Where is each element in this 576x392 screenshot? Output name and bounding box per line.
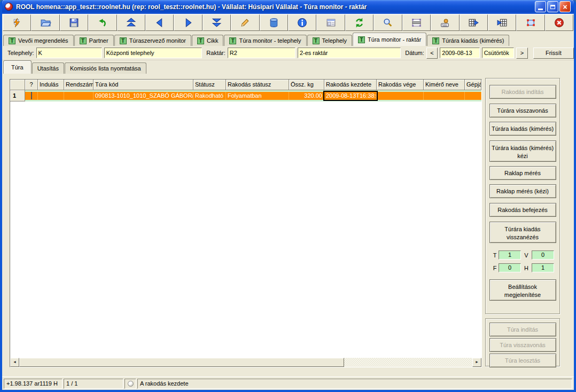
sub-tab-bar: Túra Utasítás Komissiós lista nyomtatása: [2, 60, 574, 74]
tura-inditas-button[interactable]: Túra indítás: [489, 323, 556, 336]
toolbar-row-view-button[interactable]: [402, 14, 431, 31]
first-record-icon: [126, 17, 137, 28]
toolbar-save-button[interactable]: [60, 14, 88, 31]
cell-statusz[interactable]: Rakodható: [193, 92, 226, 100]
warehouse-code-input[interactable]: R2: [228, 48, 295, 58]
site-name-input[interactable]: Központi telephely: [104, 48, 203, 58]
scroll-track[interactable]: [344, 358, 472, 367]
cell-rakodas-statusz[interactable]: Folyamatban: [226, 92, 289, 100]
scroll-left-button[interactable]: ◄: [10, 358, 19, 367]
record-position-indicator: 1 / 1: [64, 379, 123, 389]
col-header-rakodas-kezdete[interactable]: Rakodás kezdete: [324, 80, 377, 90]
tab-telephely[interactable]: TTelephely: [307, 35, 352, 46]
rakodas-befejezes-button[interactable]: Rakodás befejezés: [489, 203, 556, 217]
col-header-tura-kod[interactable]: Túra kód: [94, 80, 193, 90]
cell-ossz-kg[interactable]: 320.00: [289, 92, 324, 100]
subtab-tura[interactable]: Túra: [3, 60, 32, 74]
col-header-rakodas-vege[interactable]: Rakodás vége: [377, 80, 424, 90]
raklap-meres-kezi-button[interactable]: Raklap mérés (kézi): [489, 184, 556, 198]
window-title: ROOL homena::app_teszt::roolnet.hu (rep:…: [16, 3, 535, 11]
warehouse-name-input[interactable]: 2-es raktár: [298, 48, 401, 58]
subtab-komissios-lista[interactable]: Komissiós lista nyomtatása: [65, 62, 146, 74]
turara-kiadas-visszanezes-button[interactable]: Túrára kiadás visszanézés: [489, 222, 556, 243]
toolbar-previous-record-button[interactable]: [145, 14, 174, 31]
cell-rendszam[interactable]: [64, 92, 94, 100]
close-button[interactable]: ×: [559, 1, 571, 12]
subtab-utasitas[interactable]: Utasítás: [32, 62, 64, 74]
refresh-button[interactable]: Frissít: [533, 48, 574, 59]
col-header-kimero-neve[interactable]: Kimérő neve: [424, 80, 465, 90]
date-prev-button[interactable]: <: [426, 48, 438, 59]
turara-kiadas-kimeres-button[interactable]: Túrára kiadás (kimérés): [489, 122, 556, 136]
cell-rakodas-vege[interactable]: [377, 92, 424, 100]
keyboard-settings-icon: [439, 17, 450, 28]
minimize-button[interactable]: [535, 1, 546, 12]
col-header-statusz[interactable]: Státusz: [193, 80, 226, 90]
row-band: 090813-1010_1010_SZABÓ GÁBOR/1 Rakodható…: [25, 90, 481, 101]
date-input[interactable]: 2009-08-13: [440, 48, 479, 58]
cell-tura-kod[interactable]: 090813-1010_1010_SZABÓ GÁBOR/1: [94, 92, 193, 100]
toolbar-first-record-button[interactable]: [117, 14, 145, 31]
beallitasok-megjelenitese-button[interactable]: Beállítások megjelenítése: [489, 279, 556, 301]
status-message: A rakodás kezdete: [137, 379, 572, 389]
cell-kimero-neve[interactable]: [424, 92, 465, 100]
cell-indulas[interactable]: [38, 92, 64, 100]
site-label: Telephely:: [7, 50, 34, 56]
maximize-button[interactable]: [547, 1, 558, 12]
col-header-rendszam[interactable]: Rendszám: [64, 80, 94, 90]
toolbar-table-import-button[interactable]: [488, 14, 516, 31]
app-window: ROOL homena::app_teszt::roolnet.hu (rep:…: [0, 0, 576, 392]
rakodas-inditas-button[interactable]: Rakodás indítás: [489, 85, 556, 99]
tab-label: Túrára kiadás (kimérés): [442, 37, 504, 44]
tab-partner[interactable]: TPartner: [74, 35, 114, 46]
tura-visszavonas-button[interactable]: Túra visszavonás: [489, 338, 556, 352]
toolbar-table-export-button[interactable]: [460, 14, 488, 31]
toolbar-info-button[interactable]: [288, 14, 316, 31]
col-header-kerdojel[interactable]: ?: [25, 80, 38, 90]
toolbar-undo-button[interactable]: [88, 14, 116, 31]
toolbar-refresh-button[interactable]: [345, 14, 373, 31]
tab-turaszervezo-monitor[interactable]: TTúraszervező monitor: [114, 35, 191, 46]
tura-leosztas-button[interactable]: Túra leosztás: [489, 354, 556, 367]
col-header-ossz-kg[interactable]: Össz. kg: [289, 80, 324, 90]
col-header-indulas[interactable]: Indulás: [38, 80, 64, 90]
tab-vevoi-megrendeles[interactable]: TVevői megrendelés: [3, 35, 74, 46]
toolbar-database-button[interactable]: [260, 14, 288, 31]
toolbar-edit-button[interactable]: [231, 14, 259, 31]
turara-visszavonas-button[interactable]: Túrára visszavonás: [489, 104, 556, 117]
toolbar-report-view-button[interactable]: [316, 14, 345, 31]
counter-t-label: T: [491, 252, 499, 258]
row-checkbox[interactable]: [31, 92, 32, 99]
raklap-meres-button[interactable]: Raklap mérés: [489, 166, 556, 180]
tab-label: Partner: [89, 37, 108, 44]
site-code-input[interactable]: K: [36, 48, 102, 58]
toolbar-power-button[interactable]: [3, 14, 31, 31]
scroll-right-button[interactable]: ►: [472, 358, 481, 367]
table-row[interactable]: 1 090813-1010_1010_SZABÓ GÁBOR/1 Rakodha…: [10, 90, 481, 101]
row-number-cell[interactable]: 1: [10, 90, 25, 101]
toolbar-open-button[interactable]: [31, 14, 59, 31]
cell-gepjarmu[interactable]: [465, 92, 481, 100]
tab-cikk[interactable]: TCikk: [192, 35, 223, 46]
date-next-button[interactable]: >: [516, 48, 528, 59]
previous-record-icon: [154, 17, 165, 28]
tab-turara-kiadas-kimeres[interactable]: TTúrára kiadás (kimérés): [427, 35, 509, 46]
toolbar: [2, 13, 574, 32]
toolbar-keyboard-settings-button[interactable]: [431, 14, 459, 31]
header-gutter: [10, 80, 25, 90]
status-led-segment: [124, 379, 136, 389]
toolbar-last-record-button[interactable]: [203, 14, 231, 31]
counter-f-label: F: [491, 265, 499, 271]
turara-kiadas-kimeres-kezi-button[interactable]: Túrára kiadás (kimérés) kézi: [489, 140, 556, 162]
scroll-thumb[interactable]: [19, 358, 344, 367]
row-view-icon: [411, 17, 422, 28]
toolbar-fullscreen-button[interactable]: [516, 14, 544, 31]
col-header-rakodas-statusz[interactable]: Rakodás státusz: [226, 80, 289, 90]
toolbar-exit-button[interactable]: [545, 14, 573, 31]
toolbar-next-record-button[interactable]: [174, 14, 202, 31]
col-header-gepjarmu[interactable]: Gépjá: [465, 80, 481, 90]
tab-tura-monitor-telephely[interactable]: TTúra monitor - telephely: [224, 35, 306, 46]
toolbar-search-button[interactable]: [373, 14, 402, 31]
cell-rakodas-kezdete[interactable]: 2009-08-13T16:38:0: [324, 92, 377, 100]
tab-tura-monitor-raktar[interactable]: TTúra monitor - raktár: [353, 33, 426, 46]
